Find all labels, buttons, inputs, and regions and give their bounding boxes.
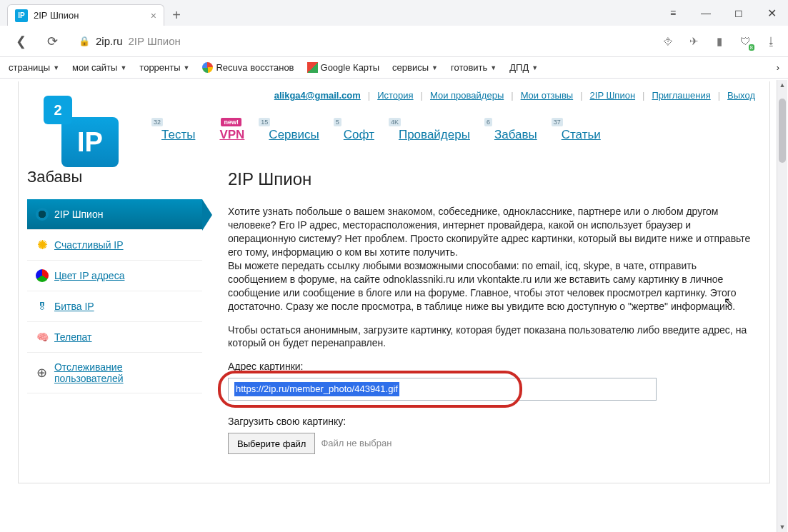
shield-count: 8 bbox=[749, 44, 754, 51]
bookmarks-bar: страницы▼мои сайты▼торренты▼Recuva восст… bbox=[0, 57, 788, 79]
bookmark-label: страницы bbox=[9, 62, 50, 73]
account-links: alikga4@gmail.com | История | Мои провай… bbox=[19, 81, 769, 106]
url-rest: 2IP Шпион bbox=[129, 35, 181, 47]
site-logo[interactable]: 2 IP bbox=[44, 96, 122, 167]
downloads-icon[interactable]: ⭳ bbox=[764, 34, 778, 49]
chevron-down-icon: ▼ bbox=[120, 64, 126, 71]
nav-Тесты[interactable]: Тесты32 bbox=[161, 128, 195, 142]
chevron-down-icon: ▼ bbox=[532, 64, 538, 71]
intro-paragraph-1: Хотите узнать побольше о вашем знакомом,… bbox=[228, 205, 752, 313]
account-link[interactable]: Приглашения bbox=[652, 90, 710, 101]
maximize-icon[interactable]: ◻ bbox=[722, 0, 755, 26]
google-icon bbox=[202, 62, 213, 73]
sidebar-item-label: Телепат bbox=[54, 331, 92, 343]
bookmark-item[interactable]: торренты▼ bbox=[139, 62, 189, 73]
bookmark-item[interactable]: Google Карты bbox=[307, 62, 380, 73]
bookmark-label: Recuva восстанов bbox=[216, 62, 294, 73]
close-window-icon[interactable]: ✕ bbox=[755, 0, 788, 26]
file-status: Файл не выбран bbox=[321, 437, 391, 450]
image-url-label: Адрес картинки: bbox=[228, 360, 752, 373]
minimize-icon[interactable]: — bbox=[689, 0, 722, 26]
logo-small-icon: 2 bbox=[44, 96, 72, 124]
sidebar-item-target[interactable]: Отслеживание пользователей bbox=[27, 353, 202, 393]
toolbar-icons: ⯑ ✈ ▮ 🛡8 ⭳ bbox=[661, 34, 778, 49]
bookmark-label: мои сайты bbox=[72, 62, 117, 73]
nav-Забавы[interactable]: Забавы6 bbox=[494, 128, 537, 142]
account-link[interactable]: 2IP Шпион bbox=[590, 90, 636, 101]
bookmark-item[interactable]: страницы▼ bbox=[9, 62, 59, 73]
tab-close-icon[interactable]: × bbox=[151, 10, 156, 21]
chevron-down-icon: ▼ bbox=[432, 64, 438, 71]
lock-icon: 🔒 bbox=[79, 36, 90, 46]
nav-Софт[interactable]: Софт5 bbox=[344, 128, 374, 142]
ball-icon bbox=[36, 269, 49, 282]
nav-VPN[interactable]: VPNnew! bbox=[219, 128, 244, 142]
sidebar-item-label: Отслеживание пользователей bbox=[54, 361, 194, 384]
back-button[interactable]: ❮ bbox=[10, 31, 31, 52]
bookmark-icon[interactable]: ▮ bbox=[712, 34, 727, 49]
chevron-right-icon: › bbox=[777, 62, 779, 73]
sidebar-item-label: 2IP Шпион bbox=[54, 209, 103, 220]
adblock-shield-icon[interactable]: 🛡8 bbox=[738, 34, 752, 49]
sidebar-item-eye[interactable]: 2IP Шпион bbox=[27, 199, 202, 230]
account-link[interactable]: Мои отзывы bbox=[521, 90, 574, 101]
sidebar-item-medal[interactable]: Битва IP bbox=[27, 291, 202, 322]
image-url-input[interactable]: https://2ip.ru/member_photo/443941.gif bbox=[228, 378, 657, 401]
sidebar-item-sun[interactable]: Счастливый IP bbox=[27, 230, 202, 261]
nav-badge: 37 bbox=[552, 118, 563, 126]
browser-tab[interactable]: IP 2IP Шпион × bbox=[7, 4, 164, 26]
bookmark-item[interactable]: ДПД▼ bbox=[509, 62, 538, 73]
hamburger-icon[interactable]: ≡ bbox=[657, 0, 689, 26]
intro-paragraph-2: Чтобы остаться анонимным, загрузите карт… bbox=[228, 323, 752, 351]
bookmark-item[interactable]: сервисы▼ bbox=[392, 62, 438, 73]
nav-Сервисы[interactable]: Сервисы15 bbox=[269, 128, 319, 142]
account-link[interactable]: История bbox=[377, 90, 413, 101]
tab-favicon-icon: IP bbox=[15, 9, 28, 22]
brain-icon bbox=[36, 331, 49, 343]
chevron-down-icon: ▼ bbox=[53, 64, 59, 71]
nav-badge: 15 bbox=[259, 118, 270, 126]
main-nav: Тесты32VPNnew!Сервисы15Софт5Провайдеры4K… bbox=[19, 106, 769, 156]
nav-badge: 5 bbox=[334, 118, 341, 126]
bookmark-label: торренты bbox=[139, 62, 180, 73]
new-tab-button[interactable]: + bbox=[164, 4, 189, 26]
chevron-down-icon: ▼ bbox=[184, 64, 190, 71]
account-link[interactable]: Мои провайдеры bbox=[430, 90, 504, 101]
address-bar: ❮ ⟳ 🔒 2ip.ru 2IP Шпион ⯑ ✈ ▮ 🛡8 ⭳ bbox=[0, 26, 788, 57]
account-link[interactable]: Выход bbox=[727, 90, 755, 101]
sidebar-item-label: Цвет IP адреса bbox=[54, 270, 124, 281]
window-controls: ≡ — ◻ ✕ bbox=[657, 0, 788, 26]
user-email-link[interactable]: alikga4@gmail.com bbox=[274, 90, 361, 101]
window-tab-strip: IP 2IP Шпион × + ≡ — ◻ ✕ bbox=[0, 0, 788, 26]
url-domain: 2ip.ru bbox=[96, 35, 123, 47]
tab-title: 2IP Шпион bbox=[34, 10, 79, 21]
scroll-up-icon[interactable]: ▲ bbox=[777, 80, 787, 90]
nav-Статьи[interactable]: Статьи37 bbox=[562, 128, 601, 142]
scroll-down-icon[interactable]: ▼ bbox=[777, 522, 787, 532]
rocket-icon[interactable]: ✈ bbox=[687, 34, 701, 49]
reload-button[interactable]: ⟳ bbox=[41, 31, 63, 52]
sidebar-item-brain[interactable]: Телепат bbox=[27, 322, 202, 353]
bookmark-item[interactable]: мои сайты▼ bbox=[72, 62, 126, 73]
nav-badge: 6 bbox=[484, 118, 492, 126]
nav-badge: 32 bbox=[151, 118, 163, 126]
image-url-value: https://2ip.ru/member_photo/443941.gif bbox=[234, 382, 399, 396]
nav-badge: 4K bbox=[389, 118, 401, 126]
bookmark-label: Google Карты bbox=[321, 62, 380, 73]
logo-big-icon: IP bbox=[61, 117, 119, 167]
bookmark-item[interactable]: Recuva восстанов bbox=[202, 62, 294, 73]
translate-icon[interactable]: ⯑ bbox=[661, 34, 675, 49]
bookmark-label: ДПД bbox=[509, 62, 529, 73]
choose-file-button[interactable]: Выберите файл bbox=[228, 433, 315, 454]
maps-icon bbox=[307, 62, 318, 73]
scroll-thumb[interactable] bbox=[779, 99, 786, 163]
bookmark-item[interactable]: готовить▼ bbox=[451, 62, 497, 73]
bookmarks-overflow[interactable]: › bbox=[777, 62, 779, 73]
eye-icon bbox=[36, 208, 49, 221]
content-area: 2IP Шпион Хотите узнать побольше о вашем… bbox=[228, 168, 752, 454]
sidebar-item-ball[interactable]: Цвет IP адреса bbox=[27, 261, 202, 291]
upload-label: Загрузить свою картинку: bbox=[228, 415, 752, 428]
url-field[interactable]: 🔒 2ip.ru 2IP Шпион bbox=[73, 31, 651, 52]
nav-Провайдеры[interactable]: Провайдеры4K bbox=[399, 128, 470, 142]
vertical-scrollbar[interactable]: ▲ ▼ bbox=[777, 80, 787, 532]
